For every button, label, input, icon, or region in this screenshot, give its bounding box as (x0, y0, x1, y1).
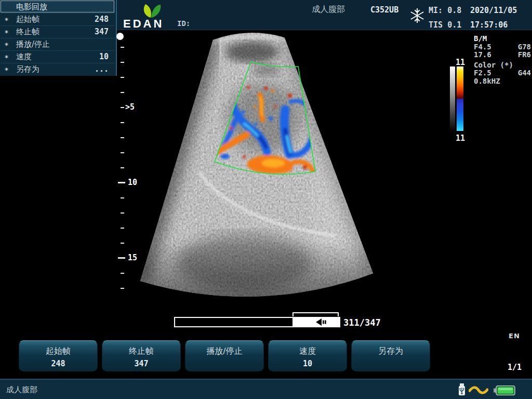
system-time: 17:57:06 (470, 20, 508, 30)
mode-label: B/M (474, 34, 487, 43)
color-frequency: F2.5 (474, 69, 491, 77)
softkey-end-frame[interactable]: 终止帧 347 (102, 340, 181, 371)
menu-item-speed[interactable]: * 速度 10 (1, 50, 115, 63)
system-date: 2020/11/05 (470, 6, 517, 15)
cine-range-fill (292, 318, 339, 326)
softkey-row: 起始帧 248 终止帧 347 播放/停止 速度 10 另存为 (19, 340, 430, 371)
probe-model: C352UB (370, 5, 398, 15)
brand-logo-text: EDAN (123, 17, 164, 31)
doppler-colorbar-negative (457, 99, 463, 131)
ac-power-icon (469, 386, 488, 394)
freeze-snowflake-icon (410, 8, 424, 23)
color-gain: G44 (518, 69, 531, 77)
menu-item-save-as[interactable]: * 另存为 ... (1, 63, 115, 76)
cine-frame-counter: 311/347 (343, 317, 381, 328)
focus-depth-marker: >5 (125, 102, 135, 112)
b-gain: G78 (518, 43, 531, 51)
softkey-save-as[interactable]: 另存为 (351, 340, 430, 371)
status-bar: 成人腹部 (0, 379, 532, 399)
cine-position-arrow-icon[interactable] (315, 318, 327, 326)
doppler-colorbar-positive (457, 66, 463, 99)
menu-item-start-frame[interactable]: * 起始帧 248 (1, 13, 115, 26)
softkey-start-frame[interactable]: 起始帧 248 (19, 340, 98, 371)
patient-id-label: ID: (177, 19, 190, 28)
colorbar-top-label: 11 (456, 58, 465, 67)
cine-menu-panel: 电影回放 * 起始帧 248 * 终止帧 347 * 播放/停止 * 速度 10… (0, 0, 117, 76)
cine-loop-range-bracket (292, 312, 339, 316)
battery-icon (494, 385, 515, 395)
tis-readout: TIS 0.1 (429, 20, 461, 30)
softkey-play-stop[interactable]: 播放/停止 (185, 340, 264, 371)
prf-value: 0.8kHZ (474, 77, 500, 85)
frame-rate: FR6 (518, 50, 531, 59)
status-exam-preset: 成人腹部 (6, 385, 37, 395)
softkey-speed[interactable]: 速度 10 (268, 340, 347, 371)
grayscale-bar (450, 66, 455, 131)
b-frequency: F4.5 (474, 43, 491, 51)
depth-value: 17.6 (474, 50, 491, 59)
input-language-indicator: EN (509, 332, 520, 340)
colorbar-bottom-label: 11 (456, 134, 465, 143)
softkey-page-indicator: 1/1 (508, 363, 522, 372)
menu-title[interactable]: 电影回放 (1, 1, 114, 12)
depth-mark-10: 10 (128, 178, 137, 187)
doppler-color-bar (457, 66, 463, 131)
probe-orientation-dot (116, 33, 124, 40)
depth-mark-15: 15 (128, 253, 137, 262)
color-mode-label: Color (*) (474, 61, 513, 69)
imaging-params: B/M F4.5G78 17.6FR6 Color (*) F2.5G44 0.… (474, 34, 531, 85)
cine-progress-bar[interactable] (174, 317, 340, 327)
exam-preset-top: 成人腹部 (312, 4, 345, 15)
usb-icon (458, 383, 466, 396)
mi-readout: MI: 0.8 (429, 6, 461, 15)
menu-item-play-stop[interactable]: * 播放/停止 (1, 38, 115, 51)
edan-leaf-logo-icon (140, 3, 162, 18)
menu-item-end-frame[interactable]: * 终止帧 347 (1, 25, 115, 38)
